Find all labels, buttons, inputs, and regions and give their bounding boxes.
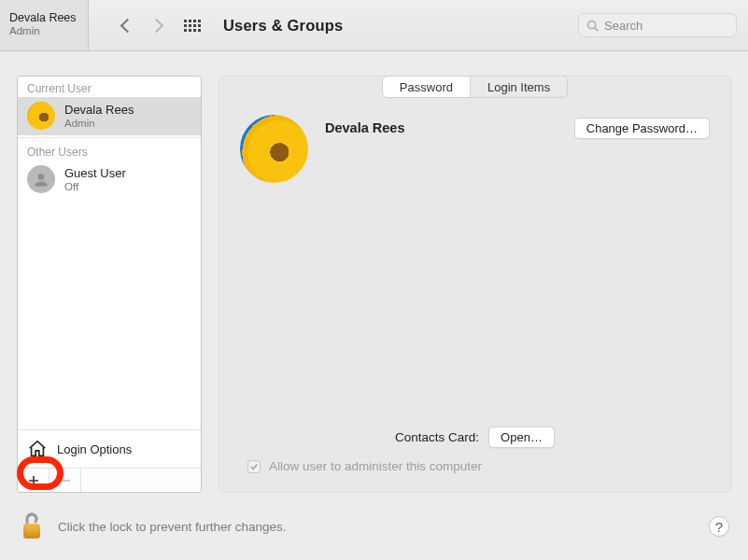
sidebar-user-devala[interactable]: Devala Rees Admin xyxy=(18,97,201,135)
tab-password[interactable]: Password xyxy=(383,77,470,97)
change-password-button[interactable]: Change Password… xyxy=(574,118,710,139)
forward-icon xyxy=(149,18,164,33)
nav-arrows xyxy=(122,21,162,31)
contacts-label: Contacts Card: xyxy=(395,430,479,444)
back-icon[interactable] xyxy=(120,18,135,33)
sidebar-guest-role: Off xyxy=(64,181,126,192)
login-options[interactable]: Login Options xyxy=(18,429,201,468)
user-avatar-large-icon[interactable] xyxy=(240,115,308,183)
checkmark-icon xyxy=(249,462,259,471)
user-detail: Devala Rees Change Password… xyxy=(240,115,710,183)
login-options-label: Login Options xyxy=(57,442,132,456)
admin-checkbox-row: Allow user to administer this computer xyxy=(240,459,710,473)
avatar-guest-icon xyxy=(27,165,55,193)
open-contacts-button[interactable]: Open… xyxy=(488,427,555,448)
contacts-card-row: Contacts Card: Open… xyxy=(240,427,710,448)
minus-icon xyxy=(60,475,71,486)
current-user-label: Current User xyxy=(18,77,201,97)
tab-bar: Password Login Items xyxy=(240,76,710,98)
lock-icon[interactable] xyxy=(19,511,45,542)
toolbar: Devala Rees Admin Users & Groups Search xyxy=(0,0,748,51)
content: Current User Devala Rees Admin Other Use… xyxy=(0,51,748,493)
sidebar-guest-name: Guest User xyxy=(64,166,126,180)
admin-checkbox xyxy=(247,460,261,473)
toolbar-user-name: Devala Rees xyxy=(9,11,78,25)
help-button[interactable]: ? xyxy=(709,516,729,537)
all-prefs-icon[interactable] xyxy=(184,20,201,32)
avatar-sunflower-icon xyxy=(27,102,55,130)
tab-login-items[interactable]: Login Items xyxy=(470,77,567,97)
remove-user-button xyxy=(49,469,81,492)
sidebar-user-name: Devala Rees xyxy=(64,103,134,117)
divider xyxy=(18,137,201,138)
svg-point-2 xyxy=(38,174,45,180)
plus-icon xyxy=(28,475,39,486)
search-placeholder: Search xyxy=(604,19,642,33)
search-input[interactable]: Search xyxy=(578,13,737,37)
main-panel: Password Login Items Devala Rees Change … xyxy=(219,76,731,493)
add-remove-bar xyxy=(18,468,201,492)
other-users-label: Other Users xyxy=(18,140,201,161)
detail-user-name: Devala Rees xyxy=(325,115,404,135)
footer: Click the lock to prevent further change… xyxy=(0,493,748,560)
home-icon xyxy=(27,439,48,459)
admin-checkbox-label: Allow user to administer this computer xyxy=(269,459,482,473)
toolbar-user-pill[interactable]: Devala Rees Admin xyxy=(0,0,89,51)
svg-point-0 xyxy=(588,21,596,28)
footer-text: Click the lock to prevent further change… xyxy=(58,520,287,534)
toolbar-user-role: Admin xyxy=(9,25,78,38)
page-title: Users & Groups xyxy=(223,17,343,35)
sidebar-user-guest[interactable]: Guest User Off xyxy=(18,161,201,199)
search-icon xyxy=(586,20,599,32)
user-sidebar: Current User Devala Rees Admin Other Use… xyxy=(17,76,202,493)
add-user-button[interactable] xyxy=(18,469,49,492)
svg-line-1 xyxy=(595,27,598,30)
sidebar-user-role: Admin xyxy=(64,118,134,129)
